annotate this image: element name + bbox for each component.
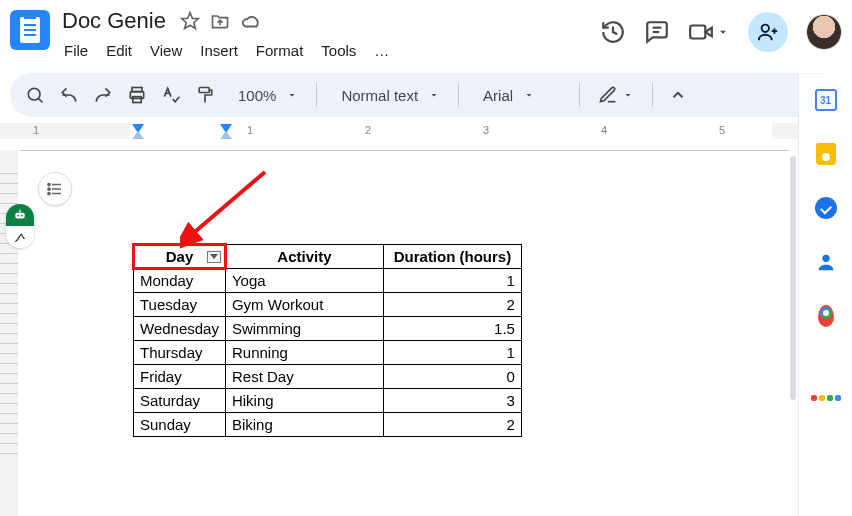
zoom-dropdown[interactable]: 100% bbox=[224, 80, 306, 110]
undo-button[interactable] bbox=[54, 80, 84, 110]
docs-logo-icon[interactable] bbox=[10, 10, 50, 50]
meet-button[interactable] bbox=[688, 19, 730, 45]
menu-format[interactable]: Format bbox=[250, 38, 310, 63]
table-row[interactable]: TuesdayGym Workout2 bbox=[134, 293, 522, 317]
keep-icon[interactable] bbox=[814, 142, 838, 166]
cell-activity[interactable]: Gym Workout bbox=[225, 293, 383, 317]
menu-insert[interactable]: Insert bbox=[194, 38, 244, 63]
toolbar-separator bbox=[458, 83, 459, 107]
cell-day[interactable]: Saturday bbox=[134, 389, 226, 413]
extension-badge[interactable] bbox=[6, 204, 34, 248]
svg-rect-14 bbox=[199, 88, 209, 93]
ruler-number: 1 bbox=[33, 124, 39, 136]
redo-button[interactable] bbox=[88, 80, 118, 110]
zoom-value: 100% bbox=[232, 87, 282, 104]
cell-duration[interactable]: 2 bbox=[383, 413, 521, 437]
ruler-number: 4 bbox=[601, 124, 607, 136]
ruler-number: 1 bbox=[247, 124, 253, 136]
svg-point-5 bbox=[762, 25, 769, 32]
toolbar-separator bbox=[652, 83, 653, 107]
cell-activity[interactable]: Swimming bbox=[225, 317, 383, 341]
table-row[interactable]: ThursdayRunning1 bbox=[134, 341, 522, 365]
menu-more[interactable]: … bbox=[368, 38, 395, 63]
cell-activity[interactable]: Hiking bbox=[225, 389, 383, 413]
font-value: Arial bbox=[477, 87, 519, 104]
toolbar-separator bbox=[579, 83, 580, 107]
cloud-status-icon[interactable] bbox=[240, 10, 262, 32]
schedule-table[interactable]: Day Activity Duration (hours) MondayYoga… bbox=[133, 244, 522, 437]
cell-duration[interactable]: 2 bbox=[383, 293, 521, 317]
cell-day[interactable]: Monday bbox=[134, 269, 226, 293]
menu-file[interactable]: File bbox=[58, 38, 94, 63]
table-header-activity[interactable]: Activity bbox=[225, 245, 383, 269]
header-day-label: Day bbox=[166, 248, 194, 265]
cell-day[interactable]: Friday bbox=[134, 365, 226, 389]
cell-activity[interactable]: Yoga bbox=[225, 269, 383, 293]
cell-day[interactable]: Thursday bbox=[134, 341, 226, 365]
star-icon[interactable] bbox=[180, 11, 200, 31]
editing-mode-dropdown[interactable] bbox=[590, 80, 642, 110]
cell-activity[interactable]: Rest Day bbox=[225, 365, 383, 389]
cell-duration[interactable]: 0 bbox=[383, 365, 521, 389]
menu-tools[interactable]: Tools bbox=[315, 38, 362, 63]
svg-point-8 bbox=[28, 88, 40, 100]
ruler-number: 2 bbox=[365, 124, 371, 136]
cell-day[interactable]: Sunday bbox=[134, 413, 226, 437]
search-icon[interactable] bbox=[20, 80, 50, 110]
table-column-marker[interactable] bbox=[220, 131, 232, 139]
table-row[interactable]: MondayYoga1 bbox=[134, 269, 522, 293]
svg-point-23 bbox=[21, 215, 23, 217]
table-row[interactable]: WednesdaySwimming1.5 bbox=[134, 317, 522, 341]
menu-bar: File Edit View Insert Format Tools … bbox=[58, 38, 395, 63]
collapse-toolbar-button[interactable] bbox=[663, 80, 693, 110]
menu-view[interactable]: View bbox=[144, 38, 188, 63]
column-sort-icon[interactable] bbox=[207, 251, 221, 263]
document-title[interactable]: Doc Genie bbox=[58, 6, 170, 36]
cell-duration[interactable]: 1 bbox=[383, 269, 521, 293]
tasks-icon[interactable] bbox=[814, 196, 838, 220]
print-button[interactable] bbox=[122, 80, 152, 110]
svg-point-26 bbox=[822, 255, 829, 262]
comments-icon[interactable] bbox=[644, 19, 670, 45]
side-panel bbox=[798, 74, 852, 516]
addons-more-icon[interactable] bbox=[814, 386, 838, 410]
toolbar-separator bbox=[316, 83, 317, 107]
table-row[interactable]: FridayRest Day0 bbox=[134, 365, 522, 389]
cell-day[interactable]: Wednesday bbox=[134, 317, 226, 341]
table-row[interactable]: SundayBiking2 bbox=[134, 413, 522, 437]
cell-activity[interactable]: Running bbox=[225, 341, 383, 365]
font-dropdown[interactable]: Arial bbox=[469, 80, 569, 110]
toolbar: 100% Normal text Arial bbox=[10, 73, 842, 117]
svg-point-22 bbox=[17, 215, 19, 217]
ruler-number: 3 bbox=[483, 124, 489, 136]
show-outline-button[interactable] bbox=[38, 172, 72, 206]
horizontal-ruler[interactable]: 1 1 2 3 4 5 bbox=[0, 123, 852, 145]
table-header-row: Day Activity Duration (hours) bbox=[134, 245, 522, 269]
maps-icon[interactable] bbox=[814, 304, 838, 328]
scrollbar-thumb[interactable] bbox=[790, 156, 796, 400]
cell-duration[interactable]: 1 bbox=[383, 341, 521, 365]
paragraph-style-dropdown[interactable]: Normal text bbox=[327, 80, 448, 110]
svg-line-9 bbox=[39, 99, 43, 103]
move-icon[interactable] bbox=[210, 11, 230, 31]
ruler-number: 5 bbox=[719, 124, 725, 136]
table-header-duration[interactable]: Duration (hours) bbox=[383, 245, 521, 269]
cell-duration[interactable]: 1.5 bbox=[383, 317, 521, 341]
table-row[interactable]: SaturdayHiking3 bbox=[134, 389, 522, 413]
cell-day[interactable]: Tuesday bbox=[134, 293, 226, 317]
cell-activity[interactable]: Biking bbox=[225, 413, 383, 437]
account-avatar[interactable] bbox=[806, 14, 842, 50]
share-button[interactable] bbox=[748, 12, 788, 52]
svg-point-19 bbox=[48, 188, 50, 190]
left-indent-marker[interactable] bbox=[132, 131, 144, 139]
menu-edit[interactable]: Edit bbox=[100, 38, 138, 63]
table-header-day[interactable]: Day bbox=[134, 245, 226, 269]
paint-format-button[interactable] bbox=[190, 80, 220, 110]
svg-rect-21 bbox=[15, 213, 24, 219]
spellcheck-button[interactable] bbox=[156, 80, 186, 110]
svg-point-20 bbox=[48, 192, 50, 194]
history-icon[interactable] bbox=[600, 19, 626, 45]
contacts-icon[interactable] bbox=[814, 250, 838, 274]
cell-duration[interactable]: 3 bbox=[383, 389, 521, 413]
calendar-icon[interactable] bbox=[814, 88, 838, 112]
